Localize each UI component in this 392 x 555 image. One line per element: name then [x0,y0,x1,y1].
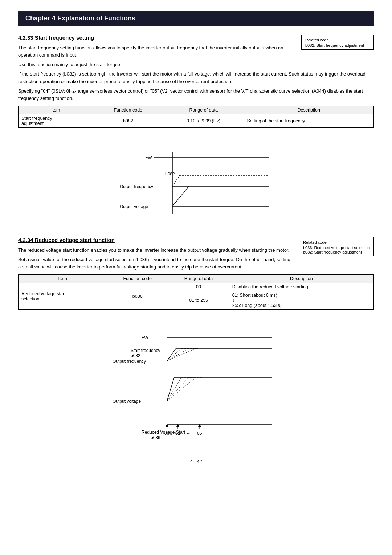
col-item: Item [19,106,93,114]
svg-line-6 [172,186,189,206]
diagram1-svg: FW b082 Output frequency Output voltage [102,145,290,228]
row2-item: Reduced voltage startselection [19,283,107,310]
row2-range2: 01 to 255 [168,291,229,310]
section1-para3: If the start frequency (b082) is set too… [18,70,374,85]
d2-output-freq-label: Output frequency [113,359,146,364]
row1-code: b082 [93,114,163,127]
related-code-label-1: Related code [305,37,370,42]
arrow-06 [198,424,201,427]
svg-line-23 [167,377,196,401]
row2-range1: 00 [168,283,229,291]
chapter-title: Chapter 4 Explanation of Functions [25,15,135,22]
col2-range: Range of data [168,275,229,283]
label-dots: ··· [187,431,191,436]
row1-item: Start frequencyadjustment [19,114,93,127]
d2-b036-label: b036 [151,435,160,440]
col2-function-code: Function code [107,275,168,283]
col-range: Range of data [163,106,244,114]
d2-fw-label: FW [142,335,148,340]
chapter-header: Chapter 4 Explanation of Functions [18,11,374,26]
related-code-item-1: b082: Start frequency adjustment [305,43,370,48]
col2-description: Description [229,275,373,283]
col-function-code: Function code [93,106,163,114]
svg-line-19 [167,377,174,401]
arrow-00 [166,424,168,427]
output-volt-label: Output voltage [120,204,148,209]
diagram-start-frequency: FW b082 Output frequency Output voltage [18,145,374,228]
label-00: 00 [164,431,170,436]
d2-b082-label: b082 [131,353,140,358]
svg-line-15 [167,348,181,361]
d2-output-volt-label: Output voltage [113,399,141,404]
related-code-label-2: Related code [303,239,370,244]
related-code-line1: b036: Reduced voltage start selection [303,246,370,250]
section2-table: Item Function code Range of data Descrip… [18,274,374,310]
row2-code: b036 [107,283,168,310]
row1-desc: Setting of the start frequency [244,114,374,127]
label-01: 01 [175,431,180,436]
related-code-line2: b082: Start frequency adjustment [303,250,370,254]
section1-table: Item Function code Range of data Descrip… [18,106,374,128]
row2-desc1: Disabling the reduced voltage starting [229,283,373,291]
svg-line-16 [167,348,189,361]
table-row-2a: Reduced voltage startselection b036 00 D… [19,283,374,291]
row1-range: 0.10 to 9.99 (Hz) [163,114,244,127]
related-code-box-1: Related code b082: Start frequency adjus… [301,35,374,50]
page-number: 4 - 42 [18,459,374,464]
svg-line-22 [167,377,189,401]
related-code-box-2: Related code b036: Reduced voltage start… [299,237,374,256]
table-row: Start frequencyadjustment b082 0.10 to 9… [19,114,374,127]
svg-line-11 [167,348,176,361]
label-06: 06 [197,431,202,436]
section2-para2: Set a small value for the reduced voltag… [18,256,374,271]
output-freq-label: Output frequency [120,184,153,189]
d2-start-freq-label: Start frequency [131,348,160,353]
svg-line-21 [167,377,181,401]
arrow-01 [176,424,179,427]
diagram-reduced-voltage: FW Start frequency b082 Output frequency… [18,327,374,450]
diagram2-svg: FW Start frequency b082 Output frequency… [94,327,298,450]
section1-para2: Use this function mainly to adjust the s… [18,61,374,68]
section1-para4: Specifying "04" (0SLV: 0Hz-range sensorl… [18,88,374,102]
svg-line-2 [172,175,180,186]
section-reduced-voltage: Related code b036: Reduced voltage start… [18,237,374,316]
col2-item: Item [19,275,107,283]
b082-label: b082 [165,171,175,177]
row2-desc2: 01: Short (about 6 ms)↕255: Long (about … [229,291,373,310]
fw-label: FW [145,155,152,160]
section-start-frequency: Related code b082: Start frequency adjus… [18,35,374,134]
col-description: Description [244,106,374,114]
